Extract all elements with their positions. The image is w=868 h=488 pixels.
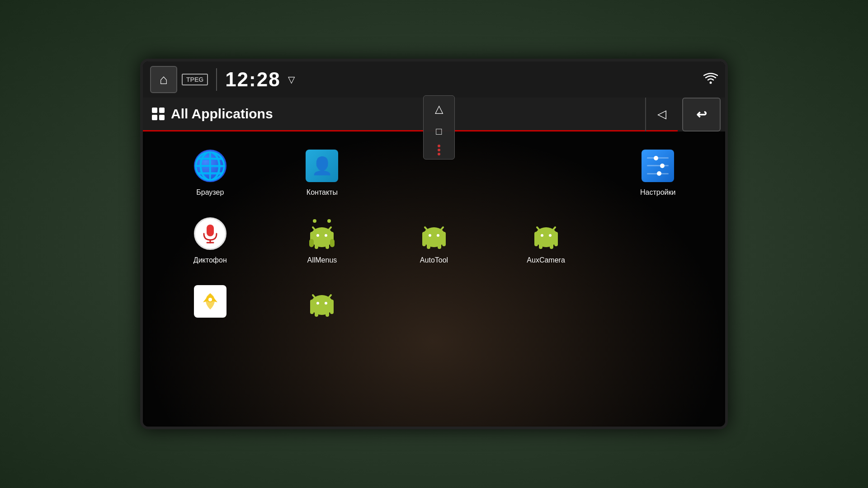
svg-rect-51	[326, 310, 329, 317]
svg-rect-37	[550, 243, 553, 249]
screen-container: ⌂ TPEG 12:28 ▽	[140, 59, 728, 429]
autotool-icon-wrap	[416, 216, 452, 252]
svg-rect-25	[442, 239, 446, 246]
svg-rect-36	[539, 243, 542, 249]
app-bar-left: All Applications	[143, 98, 645, 131]
svg-point-15	[327, 219, 331, 223]
android-icon-allmenus	[306, 217, 338, 250]
apps-grid: Браузер 👤 Контакты	[143, 131, 725, 340]
allmenus-icon-wrap	[304, 216, 340, 252]
svg-point-45	[325, 302, 327, 305]
android-icon-autotool	[418, 217, 450, 250]
app-android2[interactable]	[269, 276, 376, 331]
svg-point-30	[541, 234, 543, 237]
slider-track-1	[647, 157, 669, 159]
context-home-icon: △	[435, 103, 443, 115]
return-icon: ↩	[696, 107, 707, 122]
dropdown-arrow[interactable]: ▽	[288, 74, 295, 85]
android-icon-auxcamera	[530, 217, 562, 250]
browser-label: Браузер	[196, 188, 224, 197]
back-arrow-icon: ◁	[657, 107, 666, 121]
slider-row-1	[647, 157, 669, 159]
app-contacts[interactable]: 👤 Контакты	[269, 141, 376, 204]
slider-track-3	[647, 173, 669, 174]
svg-point-21	[437, 234, 439, 237]
svg-rect-1	[207, 225, 214, 236]
context-square-button[interactable]: □	[427, 122, 451, 141]
slider-row-2	[647, 165, 669, 166]
slider-row-3	[647, 173, 669, 174]
svg-point-6	[316, 234, 319, 237]
svg-rect-24	[422, 239, 426, 246]
svg-rect-17	[330, 239, 335, 247]
context-dots	[438, 145, 440, 155]
svg-point-0	[710, 81, 712, 84]
dictophone-label: Диктофон	[193, 256, 227, 264]
settings-icon-wrap	[640, 148, 676, 184]
svg-point-14	[313, 219, 316, 223]
app-dictophone[interactable]: Диктофон	[156, 208, 264, 272]
svg-rect-34	[534, 239, 538, 246]
app-bar-title: All Applications	[171, 106, 273, 122]
svg-rect-12	[315, 243, 318, 249]
svg-rect-27	[438, 243, 441, 249]
context-menu: △ □	[423, 95, 455, 160]
tpeg-badge: TPEG	[182, 74, 208, 85]
contacts-icon-wrap: 👤	[304, 148, 340, 184]
maps-icon	[194, 285, 226, 318]
svg-point-20	[429, 234, 431, 237]
slider-thumb-2	[660, 164, 665, 168]
svg-rect-49	[330, 307, 334, 314]
home-button[interactable]: ⌂	[150, 66, 177, 93]
slider-thumb-1	[654, 156, 658, 160]
main-content: Браузер 👤 Контакты	[143, 131, 725, 429]
svg-rect-13	[326, 243, 329, 249]
grid-icon	[152, 108, 165, 120]
settings-icon	[642, 150, 674, 182]
app-allmenus[interactable]: AllMenus	[269, 208, 376, 272]
auxcamera-icon-wrap	[528, 216, 564, 252]
svg-rect-35	[554, 239, 558, 246]
svg-point-7	[325, 234, 327, 237]
back-nav-button[interactable]: ◁	[646, 97, 678, 131]
android-icon-2	[306, 285, 338, 318]
app-settings[interactable]: Настройки	[604, 141, 712, 204]
divider	[216, 68, 217, 91]
svg-rect-48	[310, 307, 314, 314]
browser-icon-wrap	[192, 148, 228, 184]
allmenus-label: AllMenus	[307, 256, 337, 264]
context-square-icon: □	[436, 126, 442, 137]
svg-rect-50	[315, 310, 318, 317]
svg-point-31	[549, 234, 552, 237]
time-display: 12:28	[225, 68, 281, 91]
home-icon: ⌂	[160, 72, 168, 87]
contacts-icon: 👤	[306, 150, 338, 182]
slider-thumb-3	[657, 171, 661, 176]
app-auxcamera[interactable]: AuxCamera	[492, 208, 600, 272]
app-maps[interactable]	[156, 276, 264, 331]
return-button[interactable]: ↩	[682, 98, 721, 131]
android2-icon-wrap	[304, 283, 340, 319]
svg-point-44	[316, 302, 319, 305]
slider-track-2	[647, 165, 669, 166]
nav-buttons: ◁	[646, 98, 678, 131]
contacts-label: Контакты	[307, 188, 338, 197]
globe-icon	[194, 150, 226, 182]
app-autotool[interactable]: AutoTool	[380, 208, 488, 272]
svg-point-41	[208, 298, 212, 301]
wifi-icon	[703, 72, 718, 87]
dictophone-icon-wrap	[192, 216, 228, 252]
settings-label: Настройки	[640, 188, 675, 197]
autotool-label: AutoTool	[420, 256, 448, 264]
maps-icon-wrap	[192, 283, 228, 319]
microphone-icon	[194, 217, 226, 250]
svg-rect-26	[427, 243, 430, 249]
auxcamera-label: AuxCamera	[527, 256, 565, 264]
app-browser[interactable]: Браузер	[156, 141, 264, 204]
svg-rect-16	[309, 239, 314, 247]
context-home-button[interactable]: △	[427, 99, 451, 118]
status-bar: ⌂ TPEG 12:28 ▽	[143, 61, 725, 98]
outer-bezel: ⌂ TPEG 12:28 ▽	[0, 0, 868, 488]
